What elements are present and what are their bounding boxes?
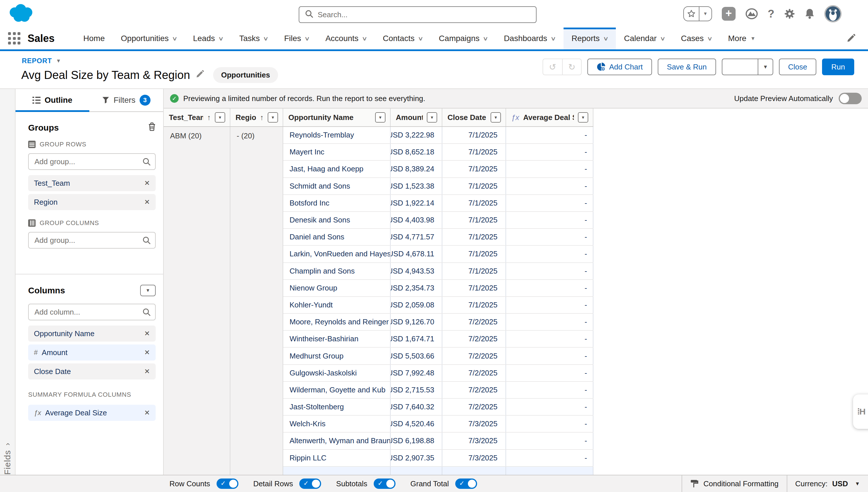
opportunity-name-link[interactable]: Larkin, VonRueden and Hayes: [283, 246, 391, 262]
opportunity-name-link[interactable]: Altenwerth, Wyman and Braun: [283, 433, 391, 449]
entity-label[interactable]: REPORT▼: [22, 57, 61, 65]
save-button[interactable]: Save: [722, 59, 758, 75]
opportunity-name-link[interactable]: Moore, Reynolds and Reinger: [283, 314, 391, 330]
help-icon[interactable]: ?: [768, 8, 774, 20]
opportunity-name-link[interactable]: Wintheiser-Bashirian: [283, 331, 391, 347]
remove-icon[interactable]: ✕: [144, 348, 150, 356]
column-menu-button[interactable]: ▼: [427, 112, 437, 123]
tab-cases[interactable]: Cases∨: [673, 28, 720, 49]
tab-campaigns[interactable]: Campaigns∨: [431, 28, 496, 49]
add-column-input[interactable]: [28, 304, 156, 320]
favorite-star-icon[interactable]: [684, 7, 699, 21]
tab-opportunities[interactable]: Opportunities∨: [113, 28, 185, 49]
column-menu-button[interactable]: ▼: [215, 112, 225, 123]
conditional-formatting-button[interactable]: Conditional Formatting: [682, 475, 787, 492]
edit-nav-pencil-icon[interactable]: [847, 34, 855, 45]
add-chart-button[interactable]: Add Chart: [587, 58, 652, 75]
tab-tasks[interactable]: Tasks∨: [231, 28, 276, 49]
remove-icon[interactable]: ✕: [144, 367, 150, 375]
opportunity-name-link[interactable]: Medhurst Group: [283, 348, 391, 364]
update-preview-toggle[interactable]: [839, 93, 862, 104]
quick-create-button[interactable]: +: [722, 7, 735, 21]
edit-title-pencil-icon[interactable]: [196, 70, 204, 80]
tab-dashboards[interactable]: Dashboards∨: [496, 28, 564, 49]
opportunity-name-link[interactable]: Gulgowski-Jaskolski: [283, 365, 391, 381]
opportunity-name-link[interactable]: Jast, Haag and Koepp: [283, 161, 391, 177]
close-date-cell: 7/1/2025: [442, 297, 506, 313]
trailhead-icon[interactable]: [745, 8, 758, 20]
opportunity-name-link[interactable]: Mayert Inc: [283, 144, 391, 160]
save-and-run-button[interactable]: Save & Run: [658, 58, 716, 75]
run-button[interactable]: Run: [822, 58, 854, 75]
tab-files[interactable]: Files∨: [276, 28, 318, 49]
toggle-grand-total[interactable]: ✓: [455, 478, 477, 489]
column-header-amount[interactable]: Amount▼: [391, 108, 442, 126]
tab-reports[interactable]: Reports∨: [564, 28, 616, 49]
row-group-pill-test-team[interactable]: Test_Team✕: [28, 175, 156, 191]
entity-dropdown-icon[interactable]: ▼: [56, 58, 62, 64]
tab-more[interactable]: More▼: [720, 28, 764, 49]
opportunity-name-link[interactable]: Champlin and Sons: [283, 263, 391, 279]
remove-icon[interactable]: ✕: [144, 198, 150, 206]
opportunity-name-link[interactable]: Daniel and Sons: [283, 229, 391, 245]
columns-menu-button[interactable]: ▼: [140, 285, 156, 296]
setup-gear-icon[interactable]: [784, 8, 795, 19]
table-row: Wintheiser-BashirianUSD 1,674.717/2/2025…: [283, 331, 593, 348]
column-menu-button[interactable]: ▼: [491, 112, 501, 123]
delete-groups-trash-icon[interactable]: [148, 122, 156, 133]
tab-outline[interactable]: Outline: [16, 89, 89, 112]
tab-home[interactable]: Home: [75, 28, 113, 49]
search-input[interactable]: [318, 10, 530, 19]
app-launcher-icon[interactable]: [8, 32, 21, 45]
user-avatar[interactable]: [824, 5, 842, 22]
toggle-subtotals[interactable]: ✓: [374, 478, 396, 489]
global-search[interactable]: [299, 6, 537, 23]
close-button[interactable]: Close: [779, 58, 816, 75]
remove-icon[interactable]: ✕: [144, 329, 150, 338]
column-header-test-team[interactable]: Test_Team↑▼: [164, 108, 230, 126]
column-pill-opportunity-name[interactable]: Opportunity Name✕: [28, 325, 156, 342]
opportunity-name-link[interactable]: Welch-Kris: [283, 416, 391, 432]
add-column-group-input[interactable]: [28, 232, 156, 249]
currency-selector[interactable]: Currency: USD ▼: [787, 475, 868, 492]
opportunity-name-link[interactable]: Denesik and Sons: [283, 212, 391, 228]
column-header-average-deal-size[interactable]: ƒxAverage Deal Size▼: [506, 108, 593, 126]
row-group-pill-region[interactable]: Region✕: [28, 194, 156, 210]
tab-accounts[interactable]: Accounts∨: [318, 28, 375, 49]
notifications-bell-icon[interactable]: [805, 8, 815, 19]
opportunity-name-link[interactable]: Schmidt and Sons: [283, 178, 391, 194]
amount-cell: USD 3,222.98: [391, 127, 442, 143]
opportunity-name-link[interactable]: Rippin LLC: [283, 450, 391, 466]
column-header-opportunity-name[interactable]: Opportunity Name▼: [283, 108, 391, 126]
tab-calendar[interactable]: Calendar∨: [616, 28, 673, 49]
column-pill-close-date[interactable]: Close Date✕: [28, 363, 156, 379]
opportunity-name-link[interactable]: Jast-Stoltenberg: [283, 399, 391, 415]
column-menu-button[interactable]: ▼: [268, 112, 278, 123]
opportunity-name-link[interactable]: Kohler-Yundt: [283, 297, 391, 313]
column-header-close-date[interactable]: Close Date▼: [442, 108, 506, 126]
tab-contacts[interactable]: Contacts∨: [375, 28, 431, 49]
column-pill-amount[interactable]: #Amount✕: [28, 344, 156, 361]
fields-rail[interactable]: Fields ›: [0, 89, 16, 475]
redo-icon[interactable]: ↻: [562, 59, 581, 75]
opportunity-name-link[interactable]: Wilderman, Goyette and Kub: [283, 382, 391, 398]
opportunity-name-link[interactable]: Nienow Group: [283, 280, 391, 296]
save-dropdown-icon[interactable]: ▼: [758, 59, 773, 75]
summary-pill-average-deal-size[interactable]: ƒxAverage Deal Size✕: [28, 405, 156, 421]
docked-utility-button[interactable]: ⁞H: [853, 394, 868, 429]
favorites-button[interactable]: ▼: [683, 6, 712, 21]
remove-icon[interactable]: ✕: [144, 179, 150, 187]
column-header-region[interactable]: Region↑▼: [230, 108, 283, 126]
add-row-group-input[interactable]: [28, 153, 156, 170]
column-menu-button[interactable]: ▼: [375, 112, 385, 123]
tab-leads[interactable]: Leads∨: [185, 28, 231, 49]
favorites-dropdown-icon[interactable]: ▼: [699, 7, 711, 21]
opportunity-name-link[interactable]: Botsford Inc: [283, 195, 391, 211]
undo-icon[interactable]: ↺: [543, 59, 562, 75]
tab-filters[interactable]: Filters 3: [89, 89, 163, 112]
opportunity-name-link[interactable]: Reynolds-Tremblay: [283, 127, 391, 143]
toggle-detail-rows[interactable]: ✓: [299, 478, 321, 489]
remove-icon[interactable]: ✕: [144, 409, 150, 417]
column-menu-button[interactable]: ▼: [578, 112, 588, 123]
toggle-row-counts[interactable]: ✓: [216, 478, 238, 489]
